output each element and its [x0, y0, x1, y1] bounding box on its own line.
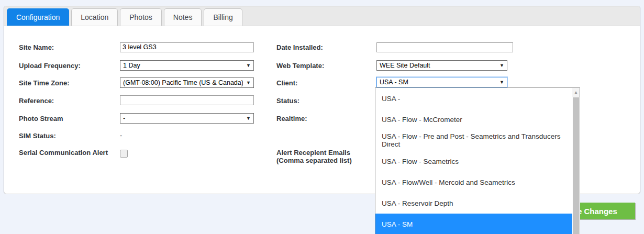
status-label: Status: — [276, 97, 374, 105]
tab-configuration[interactable]: Configuration — [7, 8, 69, 26]
client-value: USA - SM — [380, 77, 496, 87]
site-time-zone-select[interactable]: (GMT-08:00) Pacific Time (US & Canada) ▼ — [120, 77, 254, 88]
sim-status-value: - — [120, 132, 122, 139]
date-installed-label: Date Installed: — [276, 43, 374, 51]
client-label: Client: — [276, 79, 374, 87]
chevron-down-icon: ▼ — [246, 61, 251, 70]
upload-frequency-select[interactable]: 1 Day ▼ — [120, 60, 254, 71]
site-time-zone-label: Site Time Zone: — [19, 79, 116, 87]
reference-label: Reference: — [19, 97, 116, 105]
photo-stream-label: Photo Stream — [19, 115, 116, 122]
dropdown-scrollbar[interactable]: ▲ — [572, 88, 580, 234]
client-dropdown-list: USA - USA - Flow - McCrometer USA - Flow… — [375, 87, 580, 234]
client-option[interactable]: USA - Flow/Well - Mercoid and Seametrics — [375, 172, 572, 193]
serial-communication-alert-label: Serial Communication Alert — [19, 149, 116, 157]
site-time-zone-value: (GMT-08:00) Pacific Time (US & Canada) — [123, 78, 243, 87]
scrollbar-thumb[interactable] — [573, 97, 579, 234]
upload-frequency-label: Upload Frequency: — [19, 62, 116, 70]
client-select[interactable]: USA - SM ▼ — [376, 77, 507, 87]
date-installed-input[interactable] — [376, 42, 513, 52]
chevron-down-icon: ▼ — [246, 78, 251, 87]
tab-billing[interactable]: Billing — [204, 8, 242, 26]
site-name-label: Site Name: — [19, 43, 116, 51]
scroll-up-icon[interactable]: ▲ — [572, 88, 580, 97]
sim-status-label: SIM Status: — [19, 132, 116, 140]
tab-photos[interactable]: Photos — [120, 8, 162, 26]
photo-stream-select[interactable]: - ▼ — [120, 113, 254, 124]
web-template-label: Web Template: — [276, 62, 374, 70]
tab-location[interactable]: Location — [71, 8, 118, 26]
site-name-input[interactable]: 3 level GS3 — [120, 42, 254, 52]
reference-input[interactable] — [120, 95, 254, 105]
client-option[interactable]: USA - Flow - Seametrics — [375, 151, 572, 172]
client-option[interactable]: USA - — [375, 88, 572, 109]
web-template-value: WEE Site Default — [380, 61, 496, 70]
chevron-down-icon: ▼ — [499, 61, 504, 70]
upload-frequency-value: 1 Day — [123, 61, 243, 70]
tab-notes[interactable]: Notes — [164, 8, 202, 26]
serial-communication-alert-checkbox[interactable] — [120, 150, 128, 158]
realtime-label: Realtime: — [276, 115, 374, 122]
alert-recepient-emails-label: Alert Recepient Emails (Comma separated … — [276, 149, 376, 164]
client-option[interactable]: USA - Reservoir Depth — [375, 193, 572, 214]
photo-stream-value: - — [123, 114, 243, 123]
tab-strip: Configuration Location Photos Notes Bill… — [4, 6, 640, 26]
client-option-selected[interactable]: USA - SM — [375, 214, 572, 234]
chevron-down-icon: ▼ — [499, 77, 504, 87]
chevron-down-icon: ▼ — [246, 114, 251, 123]
web-template-select[interactable]: WEE Site Default ▼ — [376, 60, 507, 71]
client-option[interactable]: USA - Flow - McCrometer — [375, 109, 572, 130]
client-option[interactable]: USA - Flow - Pre and Post - Seametrics a… — [375, 130, 572, 151]
